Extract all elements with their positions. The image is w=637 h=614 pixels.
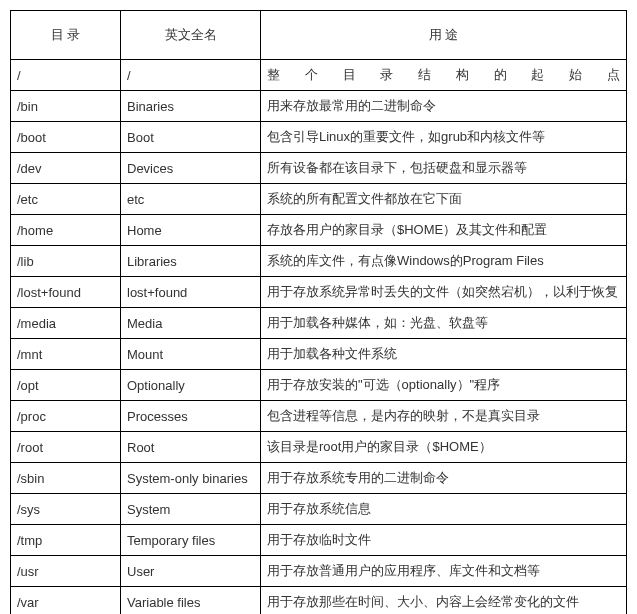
cell-name: Temporary files <box>121 525 261 556</box>
cell-dir: /bin <box>11 91 121 122</box>
cell-use: 用于存放临时文件 <box>261 525 627 556</box>
table-row: /mediaMedia用于加载各种媒体，如：光盘、软盘等 <box>11 308 627 339</box>
cell-dir: /root <box>11 432 121 463</box>
cell-dir: /media <box>11 308 121 339</box>
header-name: 英文全名 <box>121 11 261 60</box>
cell-use: 整个目录结构的起始点 <box>261 60 627 91</box>
cell-name: Binaries <box>121 91 261 122</box>
cell-name: Variable files <box>121 587 261 615</box>
cell-name: Media <box>121 308 261 339</box>
cell-dir: /boot <box>11 122 121 153</box>
table-row: /homeHome存放各用户的家目录（$HOME）及其文件和配置 <box>11 215 627 246</box>
cell-use: 用于存放系统专用的二进制命令 <box>261 463 627 494</box>
cell-use: 用来存放最常用的二进制命令 <box>261 91 627 122</box>
cell-use: 该目录是root用户的家目录（$HOME） <box>261 432 627 463</box>
cell-name: Devices <box>121 153 261 184</box>
cell-dir: /opt <box>11 370 121 401</box>
cell-use: 系统的所有配置文件都放在它下面 <box>261 184 627 215</box>
cell-name: etc <box>121 184 261 215</box>
table-row: /sbinSystem-only binaries用于存放系统专用的二进制命令 <box>11 463 627 494</box>
table-row: /usrUser用于存放普通用户的应用程序、库文件和文档等 <box>11 556 627 587</box>
cell-use: 所有设备都在该目录下，包括硬盘和显示器等 <box>261 153 627 184</box>
cell-use: 包含进程等信息，是内存的映射，不是真实目录 <box>261 401 627 432</box>
cell-dir: /mnt <box>11 339 121 370</box>
cell-name: User <box>121 556 261 587</box>
cell-name: System-only binaries <box>121 463 261 494</box>
table-row: /libLibraries系统的库文件，有点像Windows的Program F… <box>11 246 627 277</box>
header-use: 用 途 <box>261 11 627 60</box>
table-row: /mntMount用于加载各种文件系统 <box>11 339 627 370</box>
table-row: /procProcesses包含进程等信息，是内存的映射，不是真实目录 <box>11 401 627 432</box>
linux-dir-table: 目 录 英文全名 用 途 //整个目录结构的起始点/binBinaries用来存… <box>10 10 627 614</box>
header-dir: 目 录 <box>11 11 121 60</box>
cell-name: Boot <box>121 122 261 153</box>
cell-dir: /sbin <box>11 463 121 494</box>
table-row: /lost+foundlost+found用于存放系统异常时丢失的文件（如突然宕… <box>11 277 627 308</box>
cell-use: 用于存放系统信息 <box>261 494 627 525</box>
cell-use: 用于加载各种文件系统 <box>261 339 627 370</box>
cell-dir: /sys <box>11 494 121 525</box>
cell-dir: /lib <box>11 246 121 277</box>
cell-dir: /home <box>11 215 121 246</box>
cell-name: Home <box>121 215 261 246</box>
table-row: /sysSystem用于存放系统信息 <box>11 494 627 525</box>
table-row: /optOptionally用于存放安装的"可选（optionally）"程序 <box>11 370 627 401</box>
cell-dir: /dev <box>11 153 121 184</box>
cell-dir: /etc <box>11 184 121 215</box>
cell-use: 系统的库文件，有点像Windows的Program Files <box>261 246 627 277</box>
cell-name: System <box>121 494 261 525</box>
table-row: /varVariable files用于存放那些在时间、大小、内容上会经常变化的… <box>11 587 627 615</box>
table-row: /devDevices所有设备都在该目录下，包括硬盘和显示器等 <box>11 153 627 184</box>
cell-name: Optionally <box>121 370 261 401</box>
cell-use: 存放各用户的家目录（$HOME）及其文件和配置 <box>261 215 627 246</box>
cell-use: 用于存放安装的"可选（optionally）"程序 <box>261 370 627 401</box>
table-row: /tmpTemporary files用于存放临时文件 <box>11 525 627 556</box>
cell-name: Root <box>121 432 261 463</box>
table-row: /rootRoot该目录是root用户的家目录（$HOME） <box>11 432 627 463</box>
cell-dir: / <box>11 60 121 91</box>
cell-name: lost+found <box>121 277 261 308</box>
cell-use: 用于存放系统异常时丢失的文件（如突然宕机），以利于恢复 <box>261 277 627 308</box>
table-row: //整个目录结构的起始点 <box>11 60 627 91</box>
cell-use: 用于加载各种媒体，如：光盘、软盘等 <box>261 308 627 339</box>
cell-name: / <box>121 60 261 91</box>
table-row: /bootBoot包含引导Linux的重要文件，如grub和内核文件等 <box>11 122 627 153</box>
header-row: 目 录 英文全名 用 途 <box>11 11 627 60</box>
cell-dir: /proc <box>11 401 121 432</box>
cell-use: 包含引导Linux的重要文件，如grub和内核文件等 <box>261 122 627 153</box>
cell-name: Libraries <box>121 246 261 277</box>
cell-dir: /lost+found <box>11 277 121 308</box>
cell-dir: /var <box>11 587 121 615</box>
table-row: /binBinaries用来存放最常用的二进制命令 <box>11 91 627 122</box>
cell-name: Mount <box>121 339 261 370</box>
cell-name: Processes <box>121 401 261 432</box>
table-row: /etcetc系统的所有配置文件都放在它下面 <box>11 184 627 215</box>
cell-use: 用于存放那些在时间、大小、内容上会经常变化的文件 <box>261 587 627 615</box>
cell-use: 用于存放普通用户的应用程序、库文件和文档等 <box>261 556 627 587</box>
cell-dir: /tmp <box>11 525 121 556</box>
cell-dir: /usr <box>11 556 121 587</box>
